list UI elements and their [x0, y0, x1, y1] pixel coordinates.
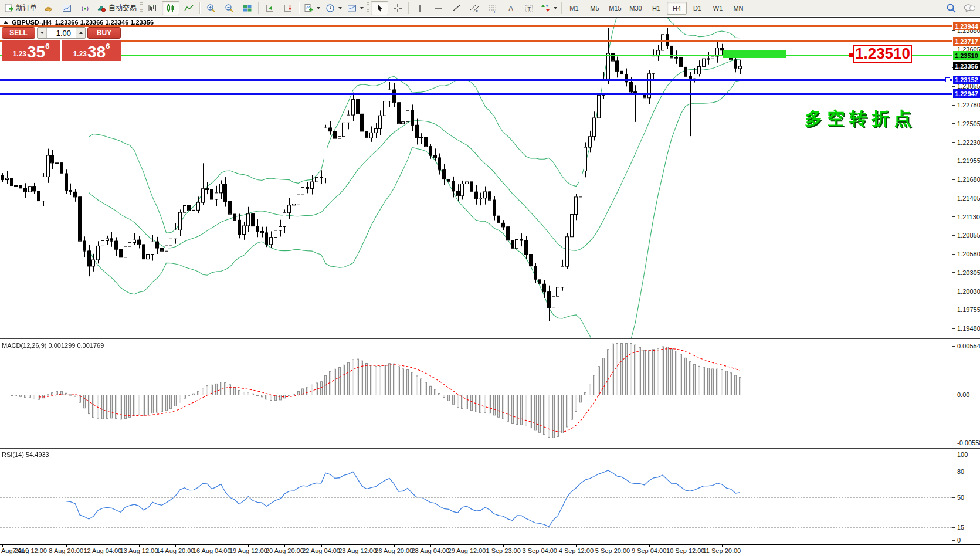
volume-field[interactable]: 1.00: [47, 28, 76, 38]
price-badge-resistance-upper: 1.23944: [953, 22, 980, 30]
time-axis-label: 9 Sep 04:00: [632, 547, 666, 554]
rsi-axis-label: 0: [957, 537, 961, 544]
price-tick-mark: [952, 254, 955, 255]
arrows-button[interactable]: [538, 1, 559, 15]
macd-canvas[interactable]: [0, 340, 952, 447]
chart-type-group: [144, 1, 198, 15]
price-tick-mark: [952, 272, 955, 273]
horizontal-line-button[interactable]: [429, 1, 447, 15]
macd-axis-label: 0.005543: [957, 343, 980, 350]
symbol-period-label: GBPUSD-,H4: [12, 19, 52, 26]
crosshair-button[interactable]: [389, 1, 406, 15]
sell-button[interactable]: SELL: [2, 27, 35, 39]
tile-windows-button[interactable]: [239, 1, 256, 15]
candlestick-chart-button[interactable]: [162, 1, 179, 15]
fibonacci-button[interactable]: F: [484, 1, 501, 15]
price-tick-label: 1.21680: [957, 176, 980, 183]
chart-shift-button[interactable]: [279, 1, 297, 15]
timeframe-button-m15[interactable]: M15: [605, 2, 625, 15]
macd-tick-mark: [952, 443, 955, 443]
vertical-line-button[interactable]: [411, 1, 429, 15]
bar-chart-button[interactable]: [144, 1, 161, 15]
macd-panel-separator[interactable]: [0, 338, 980, 340]
price-badge-resistance-lower: 1.23717: [953, 37, 980, 46]
time-axis-label: 1 Sep 23:00: [486, 547, 520, 554]
zoom-out-button[interactable]: [221, 1, 238, 15]
price-annotation-box[interactable]: 1.23510: [853, 45, 912, 63]
signal-icon: [80, 4, 90, 13]
hline-bid-price-line[interactable]: [0, 66, 952, 66]
text-button[interactable]: A: [502, 1, 520, 15]
trade-group: 新订单 自动交易: [2, 1, 139, 15]
timeframe-button-mn[interactable]: MN: [728, 2, 748, 15]
rsi-axis-label: 80: [957, 468, 964, 475]
time-axis-label: 12 Aug 04:00: [83, 547, 121, 554]
signals-button[interactable]: [76, 1, 94, 15]
indicators-button[interactable]: [301, 1, 323, 15]
top-toolbar: 新订单 自动交易 E F: [0, 0, 980, 16]
new-order-icon: [4, 4, 13, 13]
periods-button[interactable]: [323, 1, 344, 15]
timeframe-button-d1[interactable]: D1: [687, 2, 707, 15]
sell-price-box[interactable]: 1.23 35 6: [2, 40, 60, 61]
time-axis-label: 5 Sep 20:00: [595, 547, 630, 554]
hline-support-upper[interactable]: [0, 79, 952, 81]
autotrade-button[interactable]: 自动交易: [94, 1, 139, 15]
timeframe-button-m30[interactable]: M30: [626, 2, 646, 15]
svg-text:F: F: [494, 9, 497, 13]
market-watch-button[interactable]: [40, 1, 57, 15]
highlight-rectangle[interactable]: [723, 50, 786, 58]
sell-price-pipette: 6: [45, 42, 49, 50]
price-box-anchor-marker[interactable]: [849, 53, 853, 57]
chart-shift-icon: [283, 4, 293, 13]
timeframe-button-m1[interactable]: M1: [564, 2, 584, 15]
buy-price-box[interactable]: 1.23 38 6: [62, 40, 121, 61]
text-label-button[interactable]: T: [520, 1, 538, 15]
line-chart-button[interactable]: [180, 1, 198, 15]
autotrade-icon: [97, 4, 106, 13]
price-badge-support-upper: 1.23152: [953, 76, 980, 84]
rsi-canvas[interactable]: [0, 449, 952, 544]
one-click-panel-toggle[interactable]: [4, 21, 8, 24]
hline-pivot-green[interactable]: [0, 55, 952, 56]
hline-support-lower[interactable]: [0, 93, 952, 95]
timeframe-button-h4[interactable]: H4: [667, 2, 687, 15]
zoom-in-button[interactable]: [202, 1, 220, 15]
volume-increase-button[interactable]: [76, 28, 85, 38]
price-tick-label: 1.22780: [957, 101, 980, 109]
dropdown-caret: [317, 7, 320, 9]
trendline-icon: [452, 4, 461, 13]
chart-title-row: GBPUSD-,H4 1.23366 1.23366 1.23346 1.233…: [4, 19, 154, 26]
time-axis-label: 11 Sep 20:00: [703, 547, 741, 554]
price-axis[interactable]: 1.238801.236051.233301.230551.227801.225…: [952, 18, 980, 544]
time-axis-label: 4 Sep 12:00: [559, 547, 594, 554]
toolbar-grip[interactable]: [140, 2, 143, 14]
time-axis-label: 3 Sep 04:00: [523, 547, 557, 554]
new-order-button[interactable]: 新订单: [2, 1, 39, 15]
rsi-panel-separator[interactable]: [0, 447, 980, 449]
timeframe-button-h1[interactable]: H1: [646, 2, 666, 15]
hline-anchor-marker[interactable]: [945, 77, 950, 82]
time-axis-label: 7 Aug 12:00: [12, 547, 47, 554]
cursor-button[interactable]: [371, 1, 388, 15]
equidistant-channel-button[interactable]: E: [466, 1, 483, 15]
toolbar-grip[interactable]: [367, 2, 369, 14]
charts-window-button[interactable]: [58, 1, 76, 15]
time-axis[interactable]: Aug 20197 Aug 12:008 Aug 20:0012 Aug 04:…: [0, 544, 980, 556]
search-button[interactable]: [942, 1, 960, 15]
trendline-button[interactable]: [447, 1, 465, 15]
macd-tick-mark: [952, 346, 955, 347]
templates-button[interactable]: [345, 1, 366, 15]
turning-point-annotation[interactable]: 多空转折点: [805, 107, 916, 131]
price-tick-mark: [952, 142, 955, 143]
hline-resistance-lower[interactable]: [0, 40, 952, 42]
volume-decrease-button[interactable]: [38, 28, 47, 38]
auto-scroll-button[interactable]: [261, 1, 279, 15]
auto-scroll-icon: [265, 4, 274, 13]
timeframe-button-m5[interactable]: M5: [585, 2, 605, 15]
price-tick-mark: [952, 198, 955, 198]
price-tick-label: 1.22505: [957, 120, 980, 127]
chat-button[interactable]: [961, 1, 978, 15]
timeframe-button-w1[interactable]: W1: [708, 2, 728, 15]
buy-button[interactable]: BUY: [87, 27, 121, 39]
